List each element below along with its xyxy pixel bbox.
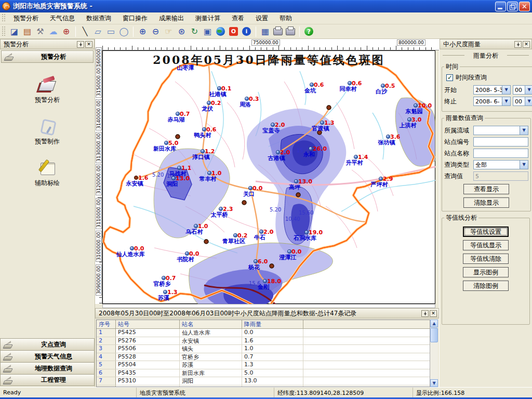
button-清除图例[interactable]: 清除图例 (463, 281, 509, 291)
station-dot[interactable] (201, 149, 204, 153)
station-dot[interactable] (379, 177, 382, 180)
station-dot[interactable] (245, 97, 248, 100)
chevron-down-icon[interactable]: ▼ (520, 126, 528, 135)
monitor-point[interactable] (270, 264, 274, 268)
close-icon[interactable]: ✕ (430, 310, 437, 317)
menu-item-预警分析[interactable]: 预警分析 (8, 12, 44, 24)
station-dot[interactable] (130, 246, 134, 250)
column-header-站号[interactable]: 站号 (116, 320, 180, 328)
menu-item-帮助[interactable]: 帮助 (274, 12, 298, 24)
button-显示图例[interactable]: 显示图例 (463, 267, 509, 277)
refresh-view-icon[interactable]: ↻ (189, 25, 201, 37)
column-header-序号[interactable]: 序号 (97, 320, 116, 328)
info-icon[interactable]: i (242, 27, 251, 36)
select-查询类型[interactable]: 全部▼ (473, 160, 528, 169)
center-locate-icon[interactable]: ⊕ (60, 25, 72, 37)
hammer-icon[interactable]: ⚒ (34, 25, 46, 37)
toolbar-grip[interactable] (2, 26, 6, 36)
button-等值线显示[interactable]: 等值线显示 (463, 240, 509, 250)
monitor-point[interactable] (204, 240, 208, 244)
stack-bar-预警天气信息[interactable]: 预警天气信息 (0, 350, 95, 362)
chevron-down-icon[interactable]: ▼ (502, 86, 510, 94)
stack-bar-工程管理[interactable]: 工程管理 (0, 374, 95, 386)
station-dot[interactable] (248, 186, 252, 190)
station-dot[interactable] (233, 233, 237, 237)
button-等值线清除[interactable]: 等值线清除 (463, 254, 509, 264)
close-button[interactable] (519, 2, 530, 11)
button-等值线设置[interactable]: 等值线设置 (463, 227, 509, 237)
menu-item-窗口操作[interactable]: 窗口操作 (117, 12, 153, 24)
restore-button[interactable] (507, 2, 518, 11)
table-vertical-scrollbar[interactable]: ▲ ▼ (430, 320, 438, 387)
station-dot[interactable] (163, 290, 167, 294)
station-dot[interactable] (162, 276, 165, 280)
zoom-out-icon[interactable]: ⊖ (150, 25, 162, 37)
station-dot[interactable] (254, 259, 257, 263)
stack-bar-灾点查询[interactable]: 灾点查询 (0, 338, 95, 350)
tool-item-预警分析[interactable]: 预警分析 (0, 76, 95, 104)
station-dot[interactable] (320, 121, 324, 124)
paint-layer-icon[interactable]: ▤ (21, 25, 33, 37)
station-dot[interactable] (407, 117, 411, 121)
station-dot[interactable] (217, 86, 221, 90)
station-dot[interactable] (194, 224, 197, 228)
station-dot[interactable] (259, 230, 263, 233)
table-row[interactable]: 2P5276永安镇1.6 (97, 337, 437, 345)
station-dot[interactable] (309, 147, 312, 150)
left-section-header[interactable]: 预警分析 (1, 50, 94, 63)
copy-layers-icon[interactable]: ▣ (202, 25, 214, 37)
station-dot[interactable] (164, 141, 168, 144)
end-hour-select[interactable]: 00 ▼ (513, 97, 532, 106)
pin-icon[interactable] (77, 41, 84, 48)
station-dot[interactable] (294, 179, 298, 183)
help-icon[interactable]: ? (304, 27, 313, 36)
column-header-降雨量[interactable]: 降雨量 (242, 320, 303, 328)
monitor-point[interactable] (176, 135, 180, 139)
map-image-icon[interactable]: ▦ (259, 25, 271, 37)
draw-polygon-icon[interactable]: ▱ (92, 25, 104, 37)
station-dot[interactable] (263, 279, 267, 283)
station-dot[interactable] (176, 112, 179, 115)
pan-hand-icon[interactable]: ☞ (163, 25, 175, 37)
table-row[interactable]: 1P5425仙人造水库0.0 (97, 329, 437, 337)
table-row[interactable]: 6P5435新田水库5.0 (97, 369, 437, 378)
station-dot[interactable] (310, 83, 313, 86)
zoom-extent-icon[interactable]: ⊛ (176, 25, 188, 37)
monitor-point[interactable] (327, 105, 331, 110)
map-select-icon[interactable]: ◪ (8, 25, 20, 37)
minimize-button[interactable] (495, 2, 506, 11)
close-icon[interactable]: ✕ (523, 41, 530, 48)
menu-item-设置[interactable]: 设置 (250, 12, 274, 24)
draw-rect-icon[interactable]: ▭ (105, 25, 117, 37)
station-dot[interactable] (202, 127, 206, 131)
draw-line-icon[interactable]: ╲ (79, 25, 91, 37)
chevron-down-icon[interactable]: ▼ (525, 97, 532, 105)
record-stop-icon[interactable]: O (229, 27, 238, 36)
station-dot[interactable] (134, 176, 138, 179)
station-dot[interactable] (381, 84, 384, 87)
station-dot[interactable] (386, 135, 390, 138)
globe-icon[interactable] (216, 27, 225, 36)
scroll-down-icon[interactable]: ▼ (430, 379, 438, 387)
menu-item-成果输出[interactable]: 成果输出 (153, 12, 190, 24)
start-date-select[interactable]: 2008- 5-30 ▼ (473, 85, 511, 95)
station-dot[interactable] (304, 230, 308, 234)
monitor-point[interactable] (296, 193, 300, 197)
station-dot[interactable] (276, 150, 280, 154)
column-header-站名[interactable]: 站名 (180, 320, 242, 328)
menu-item-测量计算[interactable]: 测量计算 (190, 12, 226, 24)
print-setup-icon[interactable] (286, 28, 295, 35)
draw-ellipse-icon[interactable]: ◯ (118, 25, 130, 37)
table-row[interactable]: 5P5504苏溪1.3 (97, 361, 437, 369)
station-dot[interactable] (207, 171, 211, 175)
pin-icon[interactable] (514, 41, 522, 48)
pin-icon[interactable] (421, 310, 429, 317)
end-date-select[interactable]: 2008- 6- 3 ▼ (473, 97, 511, 106)
menu-grip[interactable] (2, 14, 6, 22)
print-icon[interactable] (273, 28, 283, 35)
map-horizontal-scrollbar[interactable] (102, 304, 435, 308)
station-dot[interactable] (287, 249, 291, 253)
tool-item-预警制作[interactable]: 预警制作 (0, 118, 95, 146)
chevron-down-icon[interactable]: ▼ (525, 86, 532, 94)
station-dot[interactable] (414, 103, 417, 107)
